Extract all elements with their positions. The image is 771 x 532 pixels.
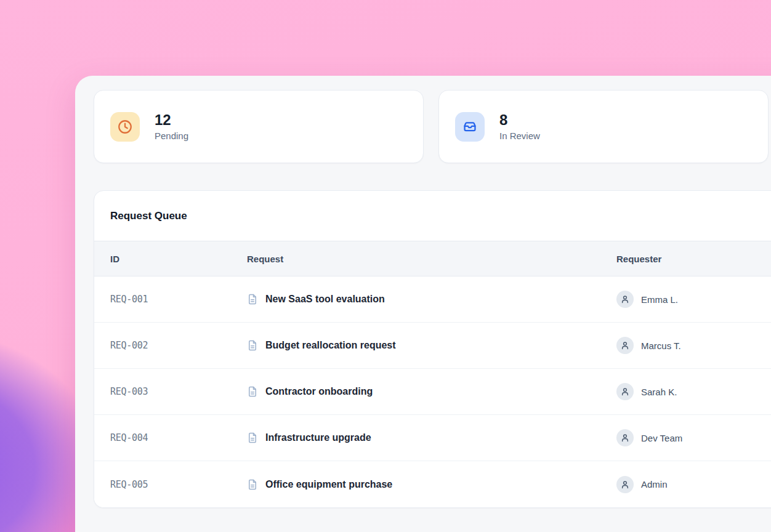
in-review-label: In Review <box>499 131 540 141</box>
in-review-stat-card[interactable]: 8 In Review <box>438 90 769 163</box>
pending-stat-text: 12 Pending <box>155 112 188 140</box>
avatar <box>616 291 634 308</box>
pending-label: Pending <box>155 131 188 141</box>
avatar <box>616 429 634 446</box>
table-row[interactable]: REQ-005 Office equipment purchase <box>94 461 771 507</box>
request-title: Budget reallocation request <box>265 340 396 351</box>
document-icon <box>247 479 258 490</box>
request-id: REQ-001 <box>110 294 247 305</box>
in-review-count: 8 <box>499 112 540 128</box>
requester-name: Emma L. <box>641 294 678 305</box>
pending-icon-tile <box>110 112 140 142</box>
in-review-stat-text: 8 In Review <box>499 112 540 140</box>
table-row[interactable]: REQ-003 Contractor onboarding <box>94 369 771 415</box>
inbox-icon <box>462 119 478 135</box>
table-title-row: Request Queue <box>94 191 771 241</box>
request-id: REQ-005 <box>110 479 247 490</box>
document-icon <box>247 386 258 397</box>
document-icon <box>247 294 258 305</box>
pending-count: 12 <box>155 112 188 128</box>
column-header-id: ID <box>110 254 247 264</box>
table-row[interactable]: REQ-001 New SaaS tool evaluation <box>94 276 771 323</box>
clock-icon <box>117 119 133 135</box>
request-queue-card: Request Queue ID Request Requester REQ-0… <box>94 190 771 508</box>
requester-name: Marcus T. <box>641 341 681 351</box>
request-title: Office equipment purchase <box>265 479 392 490</box>
request-id: REQ-003 <box>110 386 247 397</box>
document-icon <box>247 340 258 351</box>
document-icon <box>247 432 258 443</box>
avatar <box>616 476 634 493</box>
in-review-icon-tile <box>455 112 485 142</box>
pending-stat-card[interactable]: 12 Pending <box>94 90 424 163</box>
requester-name: Sarah K. <box>641 387 677 397</box>
column-header-requester: Requester <box>616 254 771 264</box>
request-id: REQ-004 <box>110 432 247 443</box>
request-title: New SaaS tool evaluation <box>265 294 385 305</box>
avatar <box>616 337 634 354</box>
avatar <box>616 383 634 400</box>
table-header-row: ID Request Requester <box>94 241 771 276</box>
table-row[interactable]: REQ-002 Budget reallocation request <box>94 323 771 369</box>
workspace-panel: 12 Pending 8 In Review Request Queue <box>75 76 771 532</box>
request-title: Infrastructure upgrade <box>265 432 371 443</box>
table-title: Request Queue <box>110 210 187 222</box>
request-id: REQ-002 <box>110 340 247 351</box>
requester-name: Admin <box>641 479 668 490</box>
column-header-request: Request <box>247 254 616 264</box>
requester-name: Dev Team <box>641 433 682 443</box>
request-title: Contractor onboarding <box>265 386 373 397</box>
table-row[interactable]: REQ-004 Infrastructure upgrade <box>94 415 771 461</box>
stat-cards-row: 12 Pending 8 In Review <box>94 90 771 163</box>
